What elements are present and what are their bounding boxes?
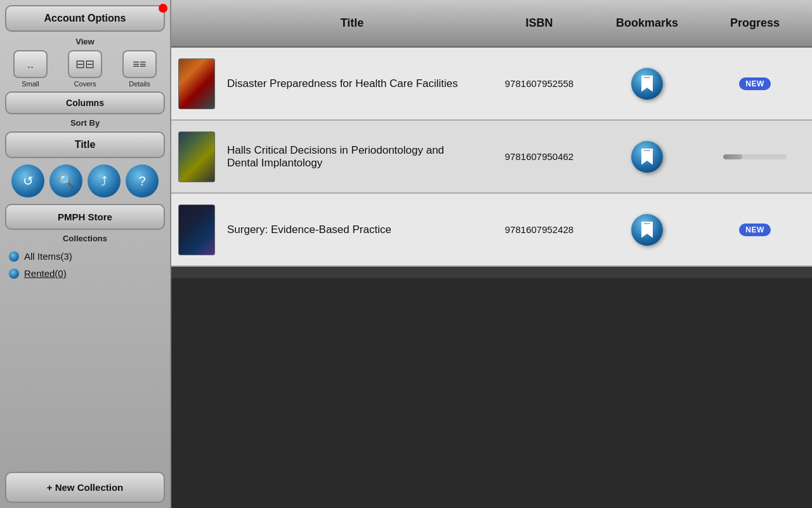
th-title: Title	[222, 17, 482, 30]
dark-bottom-area	[171, 278, 812, 509]
sidebar: Account Options View .. Small ⊟⊟ Covers …	[0, 0, 171, 508]
collection-all-items-label: All Items(3)	[24, 251, 72, 262]
view-details-button[interactable]: ≡≡	[122, 50, 157, 78]
columns-button[interactable]: Columns	[5, 91, 165, 114]
collection-dot-all	[9, 251, 19, 262]
book-isbn-3: 9781607952428	[482, 222, 596, 237]
bookmark-icon-1[interactable]	[631, 68, 663, 100]
book-title-1: Disaster Preparedness for Health Care Fa…	[222, 71, 482, 97]
bookmark-icon-2[interactable]	[631, 141, 663, 173]
help-button[interactable]: ?	[126, 164, 159, 197]
book-cover-thumb-1	[171, 55, 222, 113]
collection-all-items[interactable]: All Items(3)	[6, 250, 164, 263]
action-icons-group: ↺ 🔍 ⤴ ?	[5, 164, 165, 197]
collections-list: All Items(3) Rented(0)	[5, 247, 165, 468]
th-bookmarks: Bookmarks	[596, 17, 698, 30]
book-cover-image-3	[178, 204, 215, 255]
main-content: Title ISBN Bookmarks Progress Disaster P…	[171, 0, 812, 508]
columns-label: Columns	[66, 98, 104, 108]
view-label: View	[75, 37, 94, 46]
book-progress-2	[698, 154, 812, 159]
share-button[interactable]: ⤴	[88, 164, 121, 197]
book-cover-thumb-3	[171, 201, 222, 259]
book-title-2: Halls Critical Decisions in Periodontolo…	[222, 138, 482, 176]
book-isbn-2: 9781607950462	[482, 149, 596, 164]
view-small-button[interactable]: ..	[13, 50, 48, 78]
th-isbn: ISBN	[482, 17, 596, 30]
account-options-button[interactable]: Account Options	[5, 5, 165, 32]
collection-dot-rented	[9, 269, 19, 279]
collection-rented-label: Rented(0)	[24, 268, 67, 279]
view-details: ≡≡ Details	[114, 50, 165, 88]
progress-bar-2	[723, 154, 787, 159]
sort-value-label: Title	[75, 139, 96, 150]
view-buttons-group: .. Small ⊟⊟ Covers ≡≡ Details	[5, 50, 165, 88]
book-table-body: Disaster Preparedness for Health Care Fa…	[171, 48, 812, 278]
book-progress-1: NEW	[698, 77, 812, 90]
table-row[interactable]: Halls Critical Decisions in Periodontolo…	[171, 121, 812, 194]
bookmark-icon-3[interactable]	[631, 214, 663, 246]
table-row[interactable]: Surgery: Evidence-Based Practice 9781607…	[171, 194, 812, 267]
book-title-3: Surgery: Evidence-Based Practice	[222, 217, 482, 243]
new-collection-label: + New Collection	[47, 482, 123, 493]
search-button[interactable]: 🔍	[49, 164, 82, 197]
new-badge-1: NEW	[739, 77, 771, 90]
view-small-label: Small	[22, 80, 39, 88]
pmph-store-label: PMPH Store	[58, 211, 112, 222]
notification-dot	[159, 4, 167, 13]
sort-title-button[interactable]: Title	[5, 131, 165, 158]
refresh-button[interactable]: ↺	[11, 164, 44, 197]
view-small: .. Small	[5, 50, 56, 88]
sort-by-label: Sort By	[70, 118, 100, 128]
book-cover-image-2	[178, 131, 215, 182]
new-badge-3: NEW	[739, 224, 771, 236]
view-details-label: Details	[129, 80, 150, 88]
book-cover-image-1	[178, 58, 215, 109]
collection-rented[interactable]: Rented(0)	[6, 267, 164, 280]
view-covers-label: Covers	[74, 80, 96, 88]
view-covers: ⊟⊟ Covers	[60, 50, 110, 88]
table-row[interactable]: Disaster Preparedness for Health Care Fa…	[171, 48, 812, 121]
progress-fill-2	[723, 154, 742, 159]
book-progress-3: NEW	[698, 224, 812, 236]
view-covers-button[interactable]: ⊟⊟	[68, 50, 102, 78]
collections-label: Collections	[63, 234, 107, 243]
pmph-store-button[interactable]: PMPH Store	[5, 204, 165, 230]
book-isbn-1: 9781607952558	[482, 76, 596, 91]
book-bookmark-1[interactable]	[596, 68, 698, 100]
book-bookmark-2[interactable]	[596, 141, 698, 173]
book-cover-thumb-2	[171, 128, 222, 186]
th-progress: Progress	[698, 17, 812, 30]
new-collection-button[interactable]: + New Collection	[5, 472, 165, 503]
table-header: Title ISBN Bookmarks Progress	[171, 0, 812, 48]
account-options-label: Account Options	[44, 13, 126, 24]
book-bookmark-3[interactable]	[596, 214, 698, 246]
